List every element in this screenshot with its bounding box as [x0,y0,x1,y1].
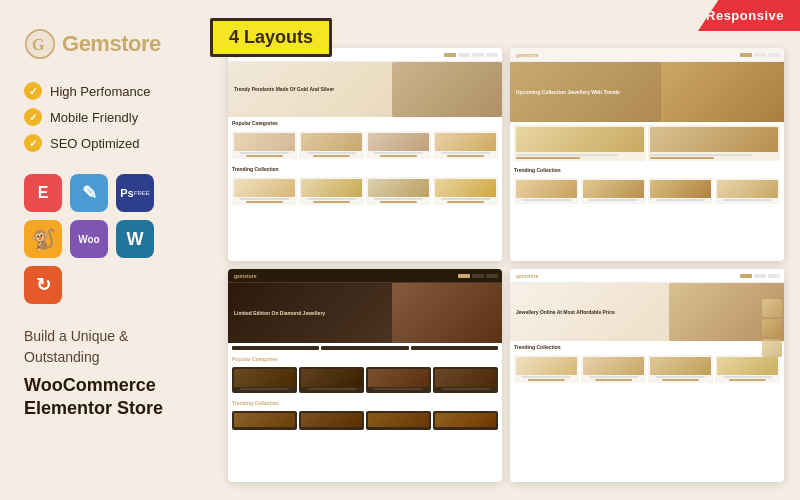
features-list: High Perfomance Mobile Friendly SEO Opti… [24,82,196,152]
screen2-p3-label [656,199,705,201]
screen1-section-title: Popular Categories [228,117,502,127]
logo-icon: G [24,28,56,60]
feature-label-1: High Perfomance [50,84,150,99]
screen3-trending: Trending Collection [228,397,502,407]
screen2-p4-label [723,199,772,201]
screen4-section: Trending Collection [510,341,784,351]
screen4-nav-3 [768,274,780,278]
screen2-section: Trending Collection [510,164,784,174]
screen3-nav-3 [486,274,498,278]
screen2-p1 [514,178,579,204]
screen2-prod-img-1 [516,127,644,152]
screen3-hero-img [392,283,502,343]
screen2-products [510,174,784,208]
screen2-logo: gemstore [516,52,539,58]
screen2-nav-1 [740,53,752,57]
screen4-nav-2 [754,274,766,278]
trending-3 [366,177,431,205]
trending-img-2 [301,179,362,197]
feature-label-2: Mobile Friendly [50,110,138,125]
screen2-hero-img [661,62,784,122]
screen2-hero: Upcoming Collection Jewellery With Trend… [510,62,784,122]
check-icon-3 [24,134,42,152]
screen2-prod-name-2 [650,154,752,156]
screen4-p2-price [595,379,632,381]
check-icon-2 [24,108,42,126]
product-img-4 [435,133,496,151]
screen4-thumb-2 [762,319,782,337]
feature-item-3: SEO Optimized [24,134,196,152]
screen2-p3 [648,178,713,204]
feature-label-3: SEO Optimized [50,136,140,151]
wpforms-icon: ✎ [70,174,108,212]
product-label-1 [240,152,289,154]
screen3-t2 [299,411,364,430]
screen4-hero-text: Jewellery Online At Most Affordable Pric… [516,309,615,316]
check-icon-1 [24,82,42,100]
screen1-nav-1 [444,53,456,57]
screen3-t2-img [301,413,362,427]
product-price-1 [246,155,283,157]
screen2-p4-img [717,180,778,198]
screen1-trending-title: Trending Collection [228,163,502,173]
trending-label-4 [441,198,490,200]
screen4-p4-price [729,379,766,381]
screen-preview-3: gemstore Limited Edition On Diamond Jewe… [228,269,502,482]
screen1-hero-text: Trendy Pendants Made Of Gold And Silver [234,86,334,93]
product-label-2 [307,152,356,154]
screen2-prod-price-2 [650,157,714,159]
screen4-p3-img [650,357,711,375]
screen4-logo: gemstore [516,273,539,279]
photoshop-icon: PsFREE [116,174,154,212]
wordpress-icon: W [116,220,154,258]
screen2-prod-img-2 [650,127,778,152]
screen4-nav-1 [740,274,752,278]
trending-img-3 [368,179,429,197]
layouts-badge: 4 Layouts [210,18,332,57]
trending-2 [299,177,364,205]
screen1-nav-3 [472,53,484,57]
screen2-p2 [581,178,646,204]
elementor-icon: E [24,174,62,212]
screen3-hero-text: Limited Edition On Diamond Jewellery [234,310,325,317]
screen2-p2-img [583,180,644,198]
trending-label-3 [374,198,423,200]
screen3-topbar: gemstore [228,269,502,283]
woocommerce-icon: Woo [70,220,108,258]
screen4-hero: Jewellery Online At Most Affordable Pric… [510,283,784,341]
product-price-4 [447,155,484,157]
screen2-prod-price-1 [516,157,580,159]
screen3-t1 [232,411,297,430]
screen-preview-2: gemstore Upcoming Collection Jewellery W… [510,48,784,261]
screen2-p3-img [650,180,711,198]
screen3-benefit-1 [232,346,319,350]
autoupdate-icon: ↻ [24,266,62,304]
trending-price-3 [380,201,417,203]
trending-4 [433,177,498,205]
screen4-side-thumbs [762,299,782,357]
screen-preview-1: gemstore Trendy Pendants Made Of Gold An… [228,48,502,261]
trending-price-1 [246,201,283,203]
mailchimp-icon: 🐒 [24,220,62,258]
screen1-hero: Trendy Pendants Made Of Gold And Silver [228,62,502,117]
screen2-hero-text: Upcoming Collection Jewellery With Trend… [516,89,620,96]
screen3-p1-label [240,388,289,390]
screen4-p3-price [662,379,699,381]
screen3-p2-label [307,388,356,390]
screen3-logo: gemstore [234,273,257,279]
plugin-icons: E ✎ PsFREE 🐒 Woo W ↻ [24,174,196,304]
screen3-benefits [228,343,502,353]
product-mini-3 [366,131,431,159]
tagline-main: WooCommerceElementor Store [24,374,196,421]
screen3-p1-img [234,369,295,387]
screen3-p4 [433,367,498,393]
screen1-products [228,127,502,163]
screen4-p4 [715,355,780,383]
product-mini-1 [232,131,297,159]
product-price-2 [313,155,350,157]
screen1-nav-4 [486,53,498,57]
screen2-p1-label [522,199,571,201]
left-panel: G Gemstore High Perfomance Mobile Friend… [0,0,220,500]
product-price-3 [380,155,417,157]
trending-1 [232,177,297,205]
